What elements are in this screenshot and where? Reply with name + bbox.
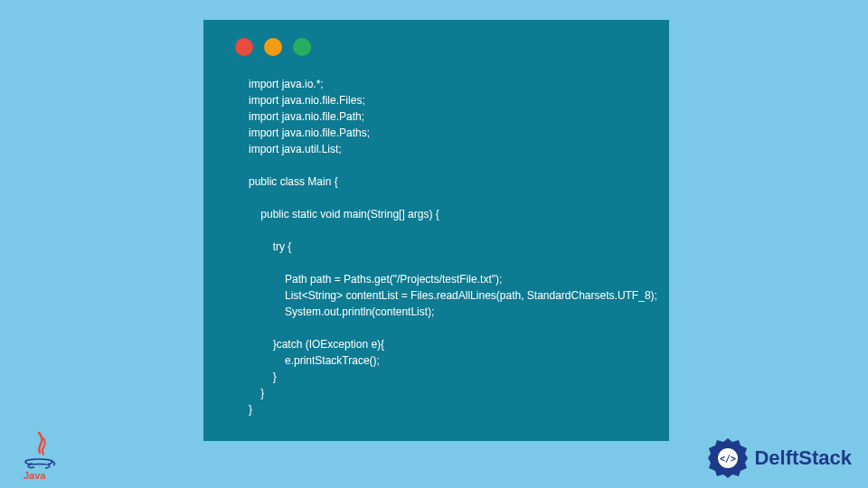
delftstack-logo: </> DelftStack — [705, 436, 852, 481]
code-window: import java.io.*; import java.nio.file.F… — [203, 20, 669, 441]
delftstack-label: DelftStack — [754, 446, 852, 470]
window-controls — [235, 38, 642, 56]
svg-text:</>: </> — [720, 454, 736, 464]
java-logo-icon: Java — [16, 431, 61, 481]
delftstack-gear-icon: </> — [705, 436, 750, 481]
code-block: import java.io.*; import java.nio.file.F… — [249, 76, 642, 418]
java-logo-text: Java — [24, 470, 46, 481]
maximize-dot-icon — [293, 38, 311, 56]
close-dot-icon — [235, 38, 253, 56]
minimize-dot-icon — [264, 38, 282, 56]
